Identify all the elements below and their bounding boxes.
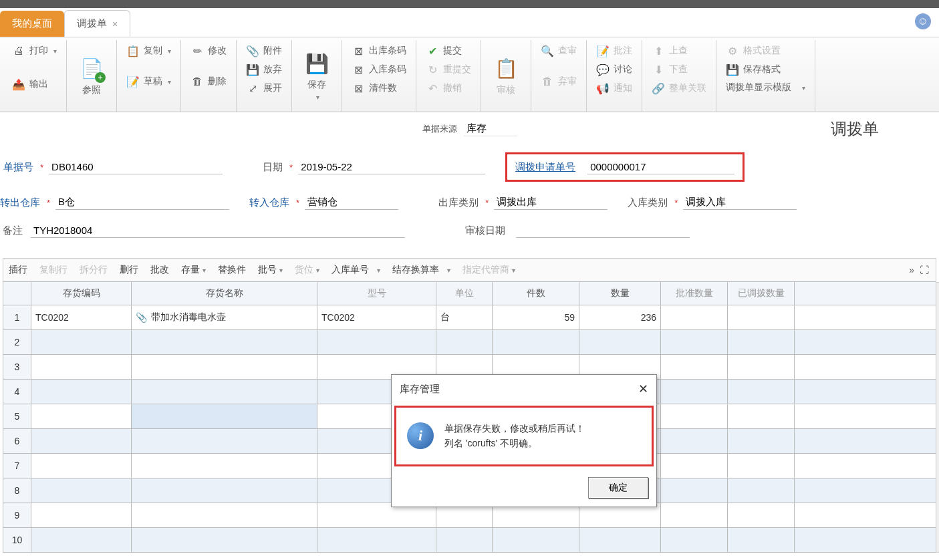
modify-button[interactable]: ✏修改 [188, 43, 229, 59]
out-type-field[interactable] [494, 195, 608, 210]
form-fields: 单据号* 日期* 调拨申请单号 转出仓库* 转入仓库* 出库类别* 入库类别* [0, 146, 939, 258]
reference-button[interactable]: 📄+ 参照 [74, 53, 110, 99]
doc-header: 单据来源 调拨单 [0, 112, 939, 146]
clear-count-button[interactable]: ⊠清件数 [349, 80, 409, 96]
note-icon: 📝 [596, 44, 610, 57]
col-name[interactable]: 存货名称 [132, 282, 317, 305]
remark-field[interactable] [31, 223, 405, 238]
cell-model[interactable]: TC0202 [317, 305, 436, 329]
audit-date-field[interactable] [516, 223, 690, 238]
vertical-scrollbar[interactable] [936, 282, 939, 553]
discard-button[interactable]: 💾放弃 [243, 61, 285, 78]
tab-bar: 我的桌面 调拨单 × ☺ [0, 8, 939, 37]
save-button[interactable]: 💾 保存▾ [299, 48, 335, 104]
request-no-field[interactable] [587, 160, 734, 174]
table-row[interactable]: 10 [3, 528, 936, 553]
ok-button[interactable]: 确定 [588, 477, 648, 499]
print-button[interactable]: 🖨打印▾ [9, 43, 59, 59]
tab-transfer[interactable]: 调拨单 × [64, 10, 130, 37]
col-code[interactable]: 存货编码 [31, 282, 132, 305]
cell-code[interactable]: TC0202 [31, 305, 132, 329]
draft-button[interactable]: 📝草稿▾ [124, 74, 174, 90]
dialog-footer: 确定 [392, 469, 656, 507]
col-unit[interactable]: 单位 [436, 282, 493, 305]
out-wh-field[interactable] [55, 195, 229, 210]
save-icon: 💾 [726, 63, 739, 76]
copy-button[interactable]: 📋复制▾ [124, 43, 174, 59]
export-icon: 📤 [12, 78, 25, 91]
in-wh-field[interactable] [305, 195, 398, 210]
insert-row-button[interactable]: 插行 [9, 264, 27, 276]
stock-button[interactable]: 存量▾ [181, 264, 206, 276]
request-no-label[interactable]: 调拨申请单号 [515, 161, 575, 174]
discuss-button[interactable]: 💬讨论 [593, 61, 635, 78]
export-button[interactable]: 📤输出 [9, 76, 59, 92]
batch-no-button[interactable]: 批号▾ [258, 264, 283, 276]
maximize-icon[interactable]: ⛶ [920, 265, 929, 275]
smiley-icon[interactable]: ☺ [915, 13, 931, 29]
close-icon[interactable]: × [112, 19, 118, 29]
col-pieces[interactable]: 件数 [493, 282, 579, 305]
cell-qty[interactable]: 236 [579, 305, 661, 329]
copy-row-button: 复制行 [39, 264, 68, 276]
up-icon: ⬆ [652, 44, 665, 57]
remark-label: 备注 [0, 225, 23, 237]
audit-date-label: 审核日期 [465, 225, 505, 237]
expand-button[interactable]: ⤢展开 [243, 80, 285, 96]
col-approved[interactable]: 批准数量 [661, 282, 728, 305]
in-wh-label[interactable]: 转入仓库 [249, 196, 289, 209]
source-input[interactable] [464, 122, 517, 136]
doc-no-field[interactable] [49, 160, 223, 174]
col-qty[interactable]: 数量 [579, 282, 661, 305]
doc-no-label[interactable]: 单据号 [0, 161, 33, 174]
format-settings-button: ⚙格式设置 [723, 43, 808, 59]
replace-button[interactable]: 替换件 [218, 264, 246, 276]
barcode-icon: ⊠ [352, 63, 365, 76]
attachment-button[interactable]: 📎附件 [243, 43, 285, 59]
in-type-label: 入库类别 [628, 196, 668, 209]
table-row[interactable]: 2 [3, 330, 936, 355]
more-icon[interactable]: » [909, 265, 914, 275]
source-label: 单据来源 [422, 123, 457, 135]
cell-name[interactable]: 📎带加水消毒电水壶 [132, 305, 317, 329]
cell-unit[interactable]: 台 [436, 305, 493, 329]
delete-row-button[interactable]: 删行 [120, 264, 138, 276]
table-row[interactable]: 1 TC0202 📎带加水消毒电水壶 TC0202 台 59 236 [3, 305, 936, 330]
in-barcode-button[interactable]: ⊠入库条码 [349, 61, 409, 78]
down-icon: ⬇ [652, 63, 665, 76]
cell-transferred[interactable] [728, 305, 795, 329]
batch-modify-button[interactable]: 批改 [150, 264, 169, 276]
col-model[interactable]: 型号 [317, 282, 436, 305]
resubmit-button: ↻重提交 [423, 61, 474, 78]
expand-icon: ⤢ [246, 82, 259, 95]
revoke-button: ↶撤销 [423, 80, 474, 96]
save-format-button[interactable]: 💾保存格式 [723, 61, 808, 78]
in-type-field[interactable] [683, 195, 797, 210]
trash-icon: 🗑 [541, 75, 554, 88]
annotate-button: 📝批注 [593, 43, 635, 59]
balance-rate-button[interactable]: 结存换算率▾ [392, 264, 450, 276]
template-button[interactable]: 调拨单显示模版▾ [723, 80, 808, 95]
delete-button[interactable]: 🗑删除 [188, 74, 229, 90]
clip-icon: 📎 [246, 44, 259, 57]
submit-button[interactable]: ✔提交 [423, 43, 474, 59]
in-doc-no-button[interactable]: 入库单号▾ [331, 264, 380, 276]
date-field[interactable] [298, 160, 485, 174]
attachment-icon: 📎 [136, 312, 147, 323]
dialog-titlebar[interactable]: 库存管理 ✕ [392, 375, 656, 403]
out-barcode-button[interactable]: ⊠出库条码 [349, 43, 409, 59]
tab-desktop[interactable]: 我的桌面 [0, 11, 64, 37]
close-icon[interactable]: ✕ [638, 382, 648, 396]
printer-icon: 🖨 [12, 44, 25, 57]
out-wh-label[interactable]: 转出仓库 [0, 196, 40, 209]
col-transferred[interactable]: 已调拨数量 [728, 282, 795, 305]
cell-approved[interactable] [661, 305, 728, 329]
ribbon-toolbar: 🖨打印▾ 📤输出 📄+ 参照 📋复制▾ 📝草稿▾ ✏修改 🗑删除 📎附件 💾放弃… [0, 37, 939, 112]
out-type-label: 出库类别 [438, 196, 479, 209]
undo-icon: ↶ [426, 82, 439, 95]
check-icon: ✔ [426, 44, 439, 57]
chat-icon: 💬 [596, 63, 610, 76]
review-button: 🔍查审 [538, 43, 579, 59]
cell-pieces[interactable]: 59 [493, 305, 579, 329]
next-button: ⬇下查 [649, 61, 709, 78]
